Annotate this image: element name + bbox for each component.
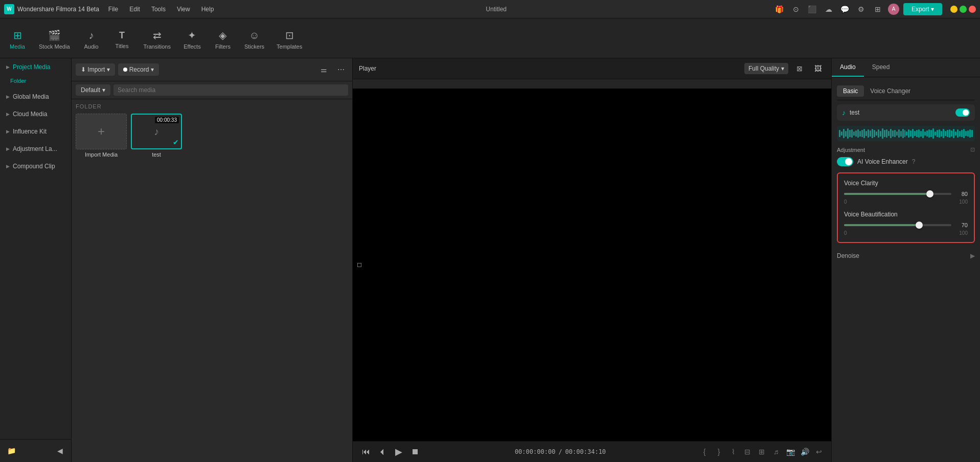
- bracket-left-button[interactable]: {: [698, 446, 711, 458]
- nav-folder[interactable]: Folder: [0, 76, 71, 88]
- record-label: Record: [129, 66, 149, 73]
- audio-button[interactable]: 🔊: [799, 446, 811, 458]
- toolbar-filters[interactable]: ◈ Filters: [208, 21, 238, 58]
- voice-beautification-thumb[interactable]: [916, 222, 923, 229]
- nav-influence-kit[interactable]: ▶ Influence Kit: [0, 123, 71, 140]
- ai-help-icon[interactable]: ?: [912, 158, 916, 165]
- nav-cloud-media[interactable]: ▶ Cloud Media: [0, 105, 71, 123]
- denoise-section[interactable]: Denoise ▶: [837, 248, 975, 263]
- filter-icon[interactable]: ⚌: [316, 62, 331, 77]
- reverse-button[interactable]: ↩: [813, 446, 825, 458]
- snapshot-icon[interactable]: 🖼: [811, 61, 825, 76]
- tab-audio[interactable]: Audio: [832, 58, 864, 77]
- avatar[interactable]: A: [888, 4, 899, 15]
- ai-voice-toggle[interactable]: [837, 157, 853, 166]
- adjustment-label: Adjustment: [837, 147, 865, 153]
- templates-icon: ⊡: [285, 29, 294, 41]
- play-button[interactable]: ▶: [392, 445, 406, 459]
- waveform-bars: [837, 126, 975, 141]
- toolbar-effects[interactable]: ✦ Effects: [177, 21, 208, 58]
- toolbar-stickers[interactable]: ☺ Stickers: [238, 21, 270, 58]
- toolbar-titles[interactable]: T Titles: [107, 21, 138, 58]
- music-note-icon: ♪: [842, 108, 846, 117]
- adjustment-expand-icon[interactable]: ⊡: [970, 146, 975, 153]
- zoom-out-button[interactable]: ⊞: [756, 446, 768, 458]
- voice-clarity-slider[interactable]: [844, 193, 951, 195]
- quality-label: Full Quality: [748, 65, 779, 72]
- voice-clarity-max: 100: [959, 199, 968, 205]
- tab-speed[interactable]: Speed: [864, 58, 898, 77]
- adjustment-layer-label: Adjustment La...: [13, 145, 57, 152]
- effects-icon: ✦: [188, 29, 196, 41]
- export-history-icon[interactable]: ⬛: [806, 3, 818, 15]
- sub-tab-basic[interactable]: Basic: [837, 85, 864, 97]
- zoom-in-button[interactable]: ⊟: [741, 446, 754, 458]
- maximize-button[interactable]: [960, 6, 967, 13]
- sub-tab-voice-changer[interactable]: Voice Changer: [864, 85, 917, 97]
- voice-clarity-minmax: 0 100: [844, 199, 968, 205]
- search-input[interactable]: [113, 84, 348, 96]
- skip-back-button[interactable]: ⏮: [359, 445, 373, 459]
- time-display: 00:00:00:00 / 00:00:34:10: [426, 448, 694, 455]
- audio-icon: ♪: [89, 30, 94, 41]
- menu-view[interactable]: View: [172, 4, 195, 15]
- track-toggle[interactable]: [955, 108, 970, 117]
- voice-beautification-slider-row: 70: [844, 222, 968, 228]
- media-label: Media: [10, 43, 25, 50]
- feedback-icon[interactable]: 💬: [839, 3, 851, 15]
- import-button[interactable]: ⬇ Import ▾: [76, 63, 115, 76]
- toolbar-audio[interactable]: ♪ Audio: [76, 21, 107, 58]
- denoise-expand-icon: ▶: [970, 252, 975, 259]
- cut-to-playhead-button[interactable]: ⌇: [727, 446, 739, 458]
- toolbar-stock-media[interactable]: 🎬 Stock Media: [33, 21, 76, 58]
- nav-compound-clip[interactable]: ▶ Compound Clip: [0, 158, 71, 175]
- collapse-panel-icon[interactable]: ◀: [53, 444, 67, 458]
- cloud-save-icon[interactable]: ☁: [823, 3, 835, 15]
- titlebar: W Wondershare Filmora 14 Beta File Edit …: [0, 0, 980, 18]
- default-filter-button[interactable]: Default ▾: [76, 84, 110, 96]
- step-back-button[interactable]: ⏴: [375, 445, 390, 459]
- camera-button[interactable]: 📷: [784, 446, 796, 458]
- transitions-label: Transitions: [144, 43, 171, 50]
- list-item[interactable]: + Import Media: [76, 114, 127, 158]
- more-icon[interactable]: ⋯: [334, 62, 348, 77]
- settings-icon[interactable]: ⚙: [855, 3, 868, 15]
- right-panel: Audio Speed Basic Voice Changer ♪ test: [832, 58, 980, 462]
- menu-help[interactable]: Help: [196, 4, 219, 15]
- minimize-button[interactable]: [950, 6, 958, 13]
- menu-edit[interactable]: Edit: [124, 4, 145, 15]
- nav-global-media[interactable]: ▶ Global Media: [0, 88, 71, 105]
- toolbar-transitions[interactable]: ⇄ Transitions: [138, 21, 177, 58]
- circle-icon[interactable]: ⊙: [790, 3, 802, 15]
- quality-select[interactable]: Full Quality ▾: [744, 63, 788, 74]
- toolbar-templates[interactable]: ⊡ Templates: [270, 21, 308, 58]
- left-controls: ⏮ ⏴ ▶ ⏹: [359, 445, 422, 459]
- record-button[interactable]: Record ▾: [118, 63, 159, 76]
- menu-tools[interactable]: Tools: [146, 4, 171, 15]
- filter-label: Default: [81, 86, 100, 94]
- voice-clarity-thumb[interactable]: [926, 190, 933, 197]
- toolbar-media[interactable]: ⊞ Media: [2, 21, 33, 58]
- nav-adjustment-layer[interactable]: ▶ Adjustment La...: [0, 140, 71, 158]
- close-button[interactable]: [969, 6, 976, 13]
- export-button[interactable]: Export ▾: [903, 3, 942, 15]
- grid-icon[interactable]: ⊞: [872, 3, 884, 15]
- new-folder-icon[interactable]: 📁: [4, 444, 18, 458]
- app-title: Wondershare Filmora 14 Beta: [17, 6, 99, 13]
- test-thumb: 00:00:33 ♪ ✔: [131, 114, 182, 149]
- stop-button[interactable]: ⏹: [408, 445, 422, 459]
- import-thumb: +: [76, 114, 127, 149]
- side-ctrl-1[interactable]: ◻: [357, 261, 365, 269]
- voice-beautification-slider[interactable]: [844, 224, 951, 226]
- split-view-icon[interactable]: ⊠: [792, 61, 807, 76]
- nav-project-media[interactable]: ▶ Project Media: [0, 58, 71, 76]
- list-item[interactable]: 00:00:33 ♪ ✔ test: [131, 114, 182, 158]
- bracket-right-button[interactable]: }: [713, 446, 725, 458]
- menu-file[interactable]: File: [103, 4, 123, 15]
- titlebar-right: 🎁 ⊙ ⬛ ☁ 💬 ⚙ ⊞ A Export ▾: [773, 3, 976, 15]
- audio-wave-button[interactable]: ♬: [770, 446, 782, 458]
- audio-label: Audio: [84, 43, 98, 50]
- project-media-arrow: ▶: [6, 64, 10, 70]
- gift-icon[interactable]: 🎁: [773, 3, 786, 15]
- track-name-label: test: [850, 109, 859, 116]
